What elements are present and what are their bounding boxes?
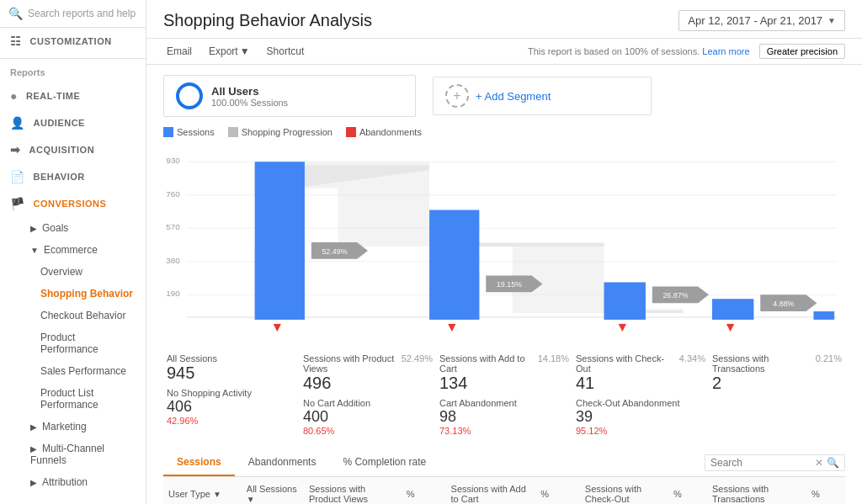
svg-text:▼: ▼ bbox=[615, 320, 629, 334]
funnel-label-4: Sessions with Transactions 0.21% bbox=[712, 353, 842, 374]
svg-text:380: 380 bbox=[166, 256, 180, 265]
table-search-input[interactable] bbox=[710, 457, 811, 469]
sidebar-item-goals[interactable]: ▶Goals bbox=[0, 217, 146, 239]
svg-text:26.87%: 26.87% bbox=[662, 291, 688, 300]
grid-icon: ☷ bbox=[10, 34, 22, 48]
legend-shopping-label: Shopping Progression bbox=[242, 127, 333, 137]
sidebar-item-sales-performance[interactable]: Sales Performance bbox=[0, 360, 146, 382]
funnel-label-1: Sessions with Product Views 52.49% bbox=[303, 353, 433, 374]
svg-text:570: 570 bbox=[166, 222, 180, 231]
col-header-all-sessions[interactable]: All Sessions ▼ bbox=[242, 477, 304, 504]
funnel-value-3: 41 bbox=[576, 374, 705, 393]
segment-icon bbox=[176, 82, 203, 109]
add-segment-label: + Add Segment bbox=[476, 90, 551, 103]
date-range-picker[interactable]: Apr 12, 2017 - Apr 21, 2017 ▼ bbox=[678, 10, 845, 31]
funnel-col-4: Sessions with Transactions 0.21% 2 bbox=[709, 353, 845, 436]
svg-text:190: 190 bbox=[166, 289, 180, 298]
funnel-abandon-pct-0: 42.96% bbox=[167, 416, 252, 426]
precision-button[interactable]: Greater precision bbox=[759, 44, 845, 59]
col-header-product-views: Sessions with Product Views bbox=[304, 477, 402, 504]
sidebar-item-marketing[interactable]: ▶Marketing bbox=[0, 416, 146, 438]
funnel-abandon-row-3: Check-Out Abandonment 39 95.12% bbox=[576, 398, 705, 436]
svg-text:▼: ▼ bbox=[724, 320, 737, 334]
legend-shopping-progression: Shopping Progression bbox=[228, 127, 333, 137]
funnel-col-2: Sessions with Add to Cart 14.18% 134 Car… bbox=[436, 353, 572, 436]
funnel-chart-area: 930 760 570 380 190 bbox=[163, 146, 845, 436]
email-button[interactable]: Email bbox=[163, 44, 195, 59]
toolbar-left: Email Export ▼ Shortcut bbox=[163, 44, 307, 59]
svg-text:19.15%: 19.15% bbox=[497, 280, 522, 289]
segment-info: All Users 100.00% Sessions bbox=[211, 85, 288, 108]
sidebar-item-realtime[interactable]: ● REAL-TIME bbox=[0, 82, 146, 109]
search-bar[interactable]: 🔍 bbox=[0, 0, 146, 28]
funnel-value-2: 134 bbox=[439, 374, 569, 393]
behavior-icon: 📄 bbox=[10, 170, 25, 183]
expand-icon5: ▶ bbox=[30, 478, 37, 487]
bar-no-cart bbox=[429, 273, 479, 320]
funnel-col-1: Sessions with Product Views 52.49% 496 N… bbox=[300, 353, 436, 436]
sidebar-item-overview[interactable]: Overview bbox=[0, 261, 146, 283]
tab-abandonments[interactable]: Abandonments bbox=[235, 449, 330, 476]
sidebar-item-ecommerce[interactable]: ▼Ecommerce bbox=[0, 239, 146, 261]
col-header-add-to-cart: Sessions with Add to Cart bbox=[446, 477, 536, 504]
add-segment-button[interactable]: + + Add Segment bbox=[433, 77, 652, 115]
funnel-chart-svg: 930 760 570 380 190 bbox=[163, 146, 845, 347]
data-table: User Type ▼ All Sessions ▼ Sessions with… bbox=[163, 477, 845, 504]
learn-more-link[interactable]: Learn more bbox=[702, 46, 749, 56]
sidebar-item-audience[interactable]: 👤 AUDIENCE bbox=[0, 109, 146, 136]
legend-sessions: Sessions bbox=[163, 127, 215, 137]
legend-abandonments: Abandonments bbox=[346, 127, 422, 137]
tab-sessions[interactable]: Sessions bbox=[163, 449, 235, 476]
report-tabs: Sessions Abandonments % Completion rate … bbox=[163, 449, 845, 477]
funnel-label-2: Sessions with Add to Cart 14.18% bbox=[439, 353, 569, 374]
sidebar-item-customization[interactable]: ☷ CUSTOMIZATION bbox=[0, 28, 146, 55]
sidebar-item-shopping-behavior[interactable]: Shopping Behavior bbox=[0, 283, 146, 305]
funnel-label-0: All Sessions bbox=[167, 353, 296, 363]
table-search-box[interactable]: ✕ 🔍 bbox=[705, 454, 845, 471]
sidebar-item-multi-channel[interactable]: ▶Multi-Channel Funnels bbox=[0, 438, 146, 471]
sidebar-item-attribution[interactable]: ▶Attribution bbox=[0, 471, 146, 493]
bar-checkout-abandon bbox=[712, 304, 753, 320]
sidebar-item-acquisition[interactable]: ➡ ACQUISITION bbox=[0, 136, 146, 163]
funnel-value-1: 496 bbox=[303, 374, 433, 393]
main-content: Shopping Behavior Analysis Apr 12, 2017 … bbox=[146, 0, 862, 504]
search-icon2[interactable]: 🔍 bbox=[827, 457, 839, 469]
sessions-color-swatch bbox=[163, 127, 173, 137]
tab-completion-rate[interactable]: % Completion rate bbox=[329, 449, 439, 476]
sidebar-item-behavior[interactable]: 📄 BEHAVIOR bbox=[0, 163, 146, 190]
legend-sessions-label: Sessions bbox=[177, 127, 215, 137]
svg-text:52.49%: 52.49% bbox=[322, 247, 347, 256]
funnel-value-4: 2 bbox=[712, 374, 842, 393]
funnel-col-3: Sessions with Check-Out 4.34% 41 Check-O… bbox=[572, 353, 709, 436]
bar-transactions bbox=[813, 311, 834, 320]
bar-cart-abandon bbox=[604, 294, 646, 320]
clear-search-icon[interactable]: ✕ bbox=[815, 457, 823, 469]
legend-abandonments-label: Abandonments bbox=[359, 127, 422, 137]
search-input[interactable] bbox=[28, 8, 137, 19]
sort-icon: ▼ bbox=[213, 490, 221, 499]
reports-label: Reports bbox=[0, 62, 146, 82]
export-button[interactable]: Export ▼ bbox=[205, 44, 253, 59]
page-title: Shopping Behavior Analysis bbox=[163, 11, 372, 30]
sidebar-item-conversions[interactable]: 🏴 CONVERSIONS bbox=[0, 190, 146, 217]
sidebar-item-checkout-behavior[interactable]: Checkout Behavior bbox=[0, 305, 146, 326]
sidebar: 🔍 ☷ CUSTOMIZATION Reports ● REAL-TIME 👤 … bbox=[0, 0, 146, 504]
funnel-abandon-row-2: Cart Abandonment 98 73.13% bbox=[439, 398, 569, 436]
add-segment-icon: + bbox=[445, 84, 469, 108]
shortcut-button[interactable]: Shortcut bbox=[263, 44, 308, 59]
col-header-user-type[interactable]: User Type ▼ bbox=[163, 477, 242, 504]
search-icon: 🔍 bbox=[8, 7, 23, 20]
svg-text:760: 760 bbox=[166, 189, 180, 199]
chevron-down-icon: ▼ bbox=[827, 16, 836, 25]
funnel-value-0: 945 bbox=[167, 363, 296, 383]
report-info-text: This report is based on 100% of sessions… bbox=[528, 46, 700, 56]
toolbar: Email Export ▼ Shortcut This report is b… bbox=[146, 39, 862, 65]
expand-icon3: ▶ bbox=[30, 422, 37, 432]
sidebar-item-product-list[interactable]: Product List Performance bbox=[0, 382, 146, 416]
sidebar-item-product-performance[interactable]: Product Performance bbox=[0, 326, 146, 360]
svg-text:▼: ▼ bbox=[271, 320, 285, 334]
segment-name: All Users bbox=[211, 85, 288, 98]
funnel-abandon-value-0: 406 bbox=[167, 398, 252, 416]
segment-row: All Users 100.00% Sessions + + Add Segme… bbox=[163, 75, 845, 117]
all-users-segment: All Users 100.00% Sessions bbox=[163, 75, 416, 117]
